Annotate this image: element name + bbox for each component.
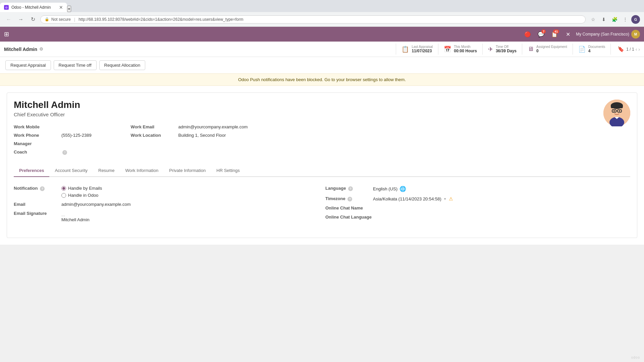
content-card: Mitchell Admin Chief Executive Officer W… [7, 93, 637, 238]
reload-button[interactable]: ↻ [28, 15, 38, 24]
stat-time-off[interactable]: ✈ Time Off 36/39 Days [483, 44, 522, 55]
month-label: This Month [454, 45, 477, 49]
prev-page-button[interactable]: ‹ [636, 47, 637, 52]
svg-point-8 [619, 110, 620, 112]
notification-help-icon[interactable]: ? [40, 186, 45, 191]
signature-line: ... [61, 212, 319, 217]
close-panel-button[interactable]: ✕ [562, 29, 573, 40]
coach-help-icon[interactable]: ? [62, 150, 67, 155]
svg-rect-3 [611, 104, 623, 108]
notification-emails-label: Handle by Emails [68, 186, 102, 191]
notification-radio-emails[interactable] [61, 186, 66, 191]
download-button[interactable]: ⬇ [599, 15, 608, 24]
company-selector[interactable]: My Company (San Francisco) M [576, 30, 640, 39]
timezone-help-icon[interactable]: ? [347, 197, 352, 201]
language-globe-icon[interactable]: 🌐 [399, 186, 406, 192]
calendar-button[interactable]: 📋 41 [549, 29, 560, 40]
timezone-row: Timezone ? Asia/Kolkata (11/14/2023 20:5… [325, 194, 630, 203]
request-allocation-button[interactable]: Request Allocation [99, 60, 146, 70]
timezone-warning-icon: ⚠ [449, 196, 453, 201]
pagination: 1 / 1 ‹ › [626, 47, 640, 52]
form-header-left: Mitchell Admin Chief Executive Officer W… [14, 100, 248, 157]
stat-equipment[interactable]: 🖥 Assigned Equipment 0 [522, 44, 573, 55]
work-location-label: Work Location [131, 133, 174, 138]
notification-radio-odoo[interactable] [61, 193, 66, 198]
bookmark-star-button[interactable]: ☆ [588, 15, 598, 24]
timezone-value-row: Asia/Kolkata (11/14/2023 20:54:58) ▼ ⚠ [373, 196, 630, 201]
page-title: Mitchell Admin [4, 47, 37, 52]
tab-hr-settings[interactable]: HR Settings [211, 165, 245, 177]
language-help-icon[interactable]: ? [348, 186, 353, 191]
email-signature-label: Email Signature [14, 211, 57, 216]
new-tab-button[interactable]: + [67, 6, 71, 12]
email-signature-row: Email Signature ... Mitchell Admin [14, 209, 319, 224]
work-mobile-label: Work Mobile [14, 124, 57, 129]
tab-resume[interactable]: Resume [93, 165, 120, 177]
pagination-text: 1 / 1 [626, 47, 634, 52]
field-grid: Work Mobile Work Phone (555)-125-2389 Ma… [14, 123, 248, 157]
extensions-button[interactable]: 🧩 [610, 15, 619, 24]
settings-gear-icon[interactable]: ⚙ [39, 47, 43, 52]
browser-tab[interactable]: O Odoo - Mitchell Admin ✕ [0, 3, 67, 12]
left-fields: Work Mobile Work Phone (555)-125-2389 Ma… [14, 123, 131, 157]
timeoff-label: Time Off [496, 45, 517, 49]
toolbar-actions: ☆ ⬇ 🧩 ⋮ G [588, 15, 640, 24]
tab-private-information[interactable]: Private Information [164, 165, 211, 177]
record-job-title: Chief Executive Officer [14, 112, 248, 117]
work-mobile-row: Work Mobile [14, 123, 131, 131]
tab-account-security[interactable]: Account Security [49, 165, 93, 177]
url-display: http://68.183.95.102:8078/web#id=2&cids=… [78, 17, 243, 22]
work-phone-label: Work Phone [14, 133, 57, 138]
language-value: English (US) [373, 186, 397, 191]
odoo-subnav: Mitchell Admin ⚙ 📋 Last Appraisal 11/07/… [0, 42, 644, 57]
notification-option-emails[interactable]: Handle by Emails [61, 186, 319, 191]
settings-button[interactable]: ⋮ [621, 15, 630, 24]
forward-button[interactable]: → [16, 15, 25, 24]
tab-preferences[interactable]: Preferences [14, 165, 49, 177]
security-icon: 🔒 [45, 17, 49, 21]
work-email-label: Work Email [131, 124, 174, 129]
next-page-button[interactable]: › [638, 47, 640, 52]
svg-point-7 [613, 110, 615, 112]
timeoff-icon: ✈ [488, 46, 493, 53]
company-name: My Company (San Francisco) [576, 32, 629, 37]
work-email-value: admin@yourcompany.example.com [178, 124, 248, 129]
tab-close-button[interactable]: ✕ [59, 5, 63, 10]
pref-right-col: Language ? English (US) 🌐 Timezone [325, 184, 630, 224]
page-title-area: Mitchell Admin ⚙ [4, 47, 43, 52]
avatar[interactable] [603, 100, 630, 126]
bookmark-button[interactable]: 🔖 [618, 46, 624, 52]
stat-last-appraisal[interactable]: 📋 Last Appraisal 11/07/2023 [396, 44, 438, 55]
notification-option-odoo[interactable]: Handle in Odoo [61, 193, 319, 198]
apps-grid-icon[interactable]: ⊞ [4, 31, 9, 38]
online-chat-name-label: Online Chat Name [325, 205, 369, 210]
language-label: Language ? [325, 186, 369, 191]
online-chat-name-row: Online Chat Name [325, 203, 630, 213]
request-time-off-button[interactable]: Request Time off [54, 60, 97, 70]
request-appraisal-button[interactable]: Request Appraisal [5, 60, 51, 70]
messaging-button[interactable]: 💬 7 [536, 29, 546, 40]
manager-row: Manager [14, 139, 131, 148]
stat-this-month[interactable]: 📅 This Month 00:00 Hours [438, 44, 483, 55]
pref-left-col: Notification ? Handle by Emails [14, 184, 319, 224]
back-button[interactable]: ← [4, 15, 13, 24]
address-bar[interactable]: 🔒 Not secure | http://68.183.95.102:8078… [40, 15, 586, 23]
notification-odoo-label: Handle in Odoo [68, 193, 98, 198]
stat-documents[interactable]: 📄 Documents 4 [573, 44, 611, 55]
email-value: admin@yourcompany.example.com [61, 202, 319, 207]
equipment-value: 0 [536, 49, 567, 53]
signature-name: Mitchell Admin [61, 217, 319, 222]
notification-row: Notification ? Handle by Emails [14, 184, 319, 200]
work-location-value: Building 1, Second Floor [178, 133, 226, 138]
email-row: Email admin@yourcompany.example.com [14, 200, 319, 209]
timezone-dropdown-icon[interactable]: ▼ [443, 197, 447, 201]
email-signature-value[interactable]: ... Mitchell Admin [61, 211, 319, 222]
tab-section: Notification ? Handle by Emails [14, 184, 630, 224]
notification-options: Handle by Emails Handle in Odoo [61, 186, 319, 198]
activity-button[interactable]: 🔴 [522, 29, 533, 40]
timezone-label: Timezone ? [325, 196, 369, 201]
documents-icon: 📄 [578, 46, 586, 53]
browser-profile-avatar[interactable]: G [631, 15, 640, 24]
tab-work-information[interactable]: Work Information [120, 165, 164, 177]
browser-chrome: O Odoo - Mitchell Admin ✕ + ← → ↻ 🔒 Not … [0, 0, 644, 27]
